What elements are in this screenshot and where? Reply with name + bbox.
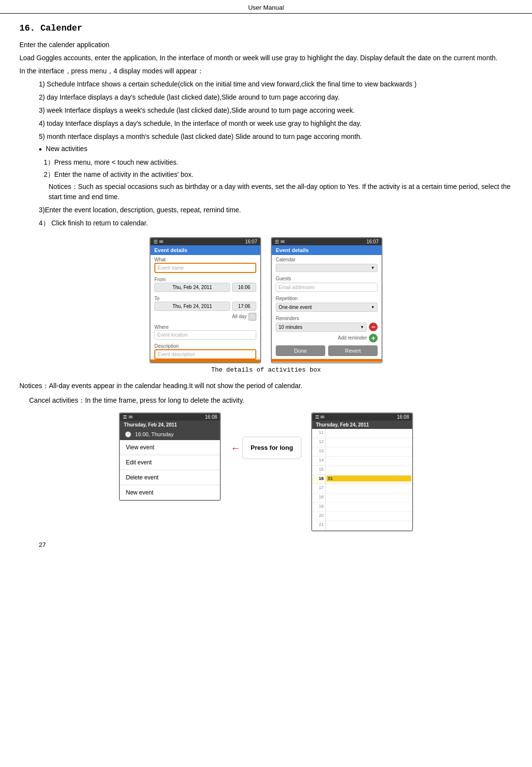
phone-screen2-left: ☰ ✉ 16:08 Thursday, Feb 24, 2011 🕐 16:00… bbox=[119, 412, 221, 501]
menu-header: 🕐 16:00, Thursday bbox=[120, 429, 220, 440]
cancel-activities: Cancel activities：In the time frame, pre… bbox=[29, 395, 513, 406]
cal-row-16: 16 01 bbox=[312, 475, 412, 484]
press-for-long-text: Press for long bbox=[250, 444, 293, 451]
label-reminders: Reminders bbox=[272, 314, 382, 322]
page-number: 27 bbox=[19, 541, 532, 548]
menu-item-view[interactable]: View event bbox=[120, 440, 220, 455]
screenshots-row1: ☰ ✉ 16:07 Event details What Event name … bbox=[19, 237, 513, 363]
bullet-label: New activities bbox=[46, 145, 87, 153]
cal-row-20: 20 bbox=[312, 512, 412, 521]
from-time[interactable]: 16:06 bbox=[232, 283, 256, 292]
cal-row-12: 12 bbox=[312, 438, 412, 447]
label-description: Description bbox=[150, 341, 260, 349]
item4b: 4） Click finish to return to calendar. bbox=[39, 218, 513, 228]
to-row: Thu, Feb 24, 2011 17:06 bbox=[154, 302, 256, 311]
add-reminder-row: Add reminder + bbox=[276, 334, 378, 342]
from-date[interactable]: Thu, Feb 24, 2011 bbox=[154, 283, 230, 292]
item2: 2) day Interface displays a day's schedu… bbox=[39, 92, 513, 102]
arrow-icon: ← bbox=[231, 443, 240, 454]
menu-item-delete[interactable]: Delete event bbox=[120, 470, 220, 485]
input-description[interactable]: Event description bbox=[154, 349, 256, 359]
titlebar2-left: Thursday, Feb 24, 2011 bbox=[120, 421, 220, 429]
label-repetition: Repetition bbox=[272, 294, 382, 302]
sub-item2: 2）Enter the name of activity in the acti… bbox=[44, 170, 513, 180]
time2-right: 16:08 bbox=[397, 414, 409, 420]
remove-reminder-button[interactable]: − bbox=[369, 323, 378, 331]
label-from: From bbox=[150, 275, 260, 283]
from-row: Thu, Feb 24, 2011 16:06 bbox=[154, 283, 256, 292]
cal-row-13: 13 bbox=[312, 447, 412, 457]
done-button[interactable]: Done bbox=[276, 345, 325, 356]
action-buttons: Done Revert bbox=[276, 345, 378, 356]
input-guests[interactable]: Email addresses bbox=[276, 283, 378, 292]
cal-row-11: 11 bbox=[312, 429, 412, 438]
statusbar2-right: ☰ ✉ 16:08 bbox=[312, 413, 412, 421]
calendar-date-right: Thursday, Feb 24, 2011 bbox=[316, 422, 369, 427]
all-day-label: All day bbox=[232, 314, 247, 319]
label-to: To bbox=[150, 294, 260, 302]
label-where: Where bbox=[150, 323, 260, 330]
bullet-new-activities: • New activities bbox=[39, 145, 513, 155]
to-date[interactable]: Thu, Feb 24, 2011 bbox=[154, 302, 230, 311]
dropdown-calendar[interactable]: ▼ bbox=[276, 264, 378, 272]
bullet-icon: • bbox=[39, 145, 42, 155]
page-header: User Manual bbox=[0, 0, 532, 14]
reminder-arrow-icon: ▼ bbox=[360, 325, 364, 329]
repetition-arrow-icon: ▼ bbox=[371, 305, 375, 309]
menu-time-icon: 🕐 bbox=[125, 431, 132, 437]
cal-row-17: 17 bbox=[312, 484, 412, 494]
statusbar-left: ☰ ✉ 16:07 bbox=[150, 238, 260, 245]
cal-row-21: 21 bbox=[312, 521, 412, 530]
all-day-row: All day bbox=[154, 313, 256, 321]
item4: 4) today Interface displays a day's sche… bbox=[39, 119, 513, 129]
intro-para2: Load Goggles accounts, enter the applica… bbox=[19, 53, 513, 63]
time2-left: 16:08 bbox=[205, 414, 217, 420]
label-calendar: Calendar bbox=[272, 255, 382, 263]
time-right: 16:07 bbox=[366, 239, 379, 244]
phone-body-left: What Event name From Thu, Feb 24, 2011 1… bbox=[150, 255, 260, 362]
cal-row-19: 19 bbox=[312, 503, 412, 512]
notices2: Notices：All-day events appear in the cal… bbox=[19, 380, 513, 391]
time-left: 16:07 bbox=[245, 239, 257, 244]
section-number: 16. bbox=[19, 23, 35, 33]
calendar-event[interactable]: 01 bbox=[327, 476, 411, 481]
press-for-long-area: ← Press for long bbox=[231, 437, 301, 459]
item5: 5) month nterface displays a month's sch… bbox=[39, 132, 513, 142]
cal-row-18: 18 bbox=[312, 494, 412, 503]
input-where[interactable]: Event location bbox=[154, 330, 256, 340]
titlebar2-right: Thursday, Feb 24, 2011 bbox=[312, 421, 412, 429]
titlebar-right: Event details bbox=[272, 245, 382, 255]
calendar-arrow-icon: ▼ bbox=[371, 266, 375, 270]
context-menu: View event Edit event Delete event New e… bbox=[120, 440, 220, 500]
menu-item-edit[interactable]: Edit event bbox=[120, 455, 220, 470]
item3: 3) week Interface displays a week's sche… bbox=[39, 105, 513, 116]
section-name: Calender bbox=[35, 23, 82, 33]
statusbar2-left: ☰ ✉ 16:08 bbox=[120, 413, 220, 421]
revert-button[interactable]: Revert bbox=[328, 345, 378, 356]
label-guests: Guests bbox=[272, 274, 382, 282]
bottom-bar bbox=[150, 359, 260, 362]
menu-header-label: 16:00, Thursday bbox=[135, 431, 173, 437]
add-reminder-button[interactable]: + bbox=[369, 334, 378, 342]
item1: 1) Schedule Intrface shows a certain sch… bbox=[39, 79, 513, 89]
statusbar-right: ☰ ✉ 16:07 bbox=[272, 238, 382, 245]
screenshots-row2: ☰ ✉ 16:08 Thursday, Feb 24, 2011 🕐 16:00… bbox=[19, 412, 513, 531]
caption: The details of activities box bbox=[19, 366, 513, 374]
phone-screen-left: ☰ ✉ 16:07 Event details What Event name … bbox=[150, 237, 261, 363]
item3b: 3)Enter the event location, description,… bbox=[39, 205, 513, 215]
intro-para3: In the interface，press menu，4 display mo… bbox=[19, 66, 513, 76]
dropdown-repetition[interactable]: One-time event ▼ bbox=[276, 303, 378, 312]
dropdown-reminder[interactable]: 10 minutes ▼ bbox=[276, 323, 367, 332]
cal-row-14: 14 bbox=[312, 457, 412, 466]
section-title: 16. Calender bbox=[19, 23, 513, 33]
input-event-name[interactable]: Event name bbox=[154, 263, 256, 273]
titlebar-left: Event details bbox=[150, 245, 260, 255]
reminder-row: 10 minutes ▼ − bbox=[276, 323, 378, 332]
to-time[interactable]: 17:06 bbox=[232, 302, 256, 311]
cal-row-15: 15 bbox=[312, 466, 412, 475]
all-day-checkbox[interactable] bbox=[249, 313, 256, 321]
main-content: 16. Calender Enter the calender applicat… bbox=[0, 18, 532, 541]
menu-item-new[interactable]: New event bbox=[120, 485, 220, 500]
label-what: What bbox=[150, 255, 260, 263]
add-reminder-label: Add reminder bbox=[338, 335, 367, 341]
